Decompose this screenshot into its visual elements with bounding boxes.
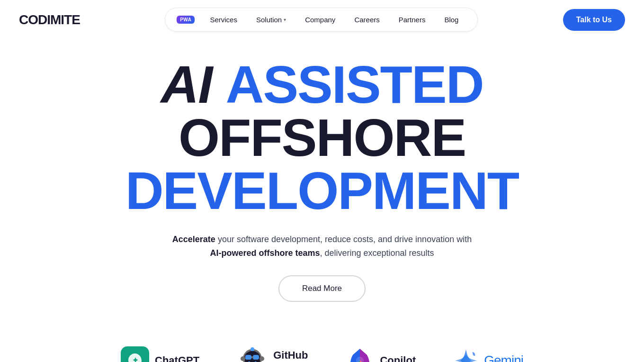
- hero-development-text: DEVELOPMENT: [125, 161, 519, 220]
- pwa-badge: PWA: [177, 16, 195, 24]
- github-copilot-icon: [237, 345, 268, 362]
- github-copilot-brand-name: GitHub: [273, 349, 308, 362]
- nav-link-solution[interactable]: Solution ▾: [249, 12, 294, 27]
- ms-copilot-logo-item: Copilot: [346, 346, 416, 362]
- chatgpt-svg: ✦: [126, 352, 143, 362]
- hero-ai-text: AI: [161, 55, 225, 114]
- ms-copilot-icon: [346, 346, 374, 362]
- github-copilot-svg: [237, 345, 268, 362]
- hero-section: AI ASSISTED OFFSHORE DEVELOPMENT Acceler…: [0, 39, 644, 311]
- chatgpt-icon: ✦: [121, 346, 149, 362]
- github-copilot-logo-item: GitHub Copilot: [237, 345, 308, 362]
- hero-line2: OFFSHORE DEVELOPMENT: [19, 111, 625, 217]
- navbar: CODIMITE PWA Services Solution ▾ Company…: [0, 0, 644, 39]
- svg-text:✦: ✦: [132, 356, 139, 362]
- gemini-brand-name: Gemini: [484, 353, 523, 362]
- ms-copilot-brand-name: Copilot: [380, 354, 416, 362]
- gemini-svg: [454, 348, 478, 362]
- gemini-logo-item: Gemini: [454, 348, 523, 362]
- nav-link-careers[interactable]: Careers: [347, 12, 387, 27]
- chevron-down-icon: ▾: [284, 17, 286, 22]
- logos-section: ✦ ChatGPT: [0, 323, 644, 362]
- chatgpt-brand-name: ChatGPT: [155, 354, 199, 362]
- nav-link-partners[interactable]: Partners: [391, 12, 433, 27]
- hero-assisted-text: ASSISTED: [226, 55, 483, 114]
- svg-point-7: [259, 356, 264, 361]
- nav-link-services[interactable]: Services: [202, 12, 245, 27]
- hero-subtitle-text1: your software development, reduce costs,…: [215, 235, 472, 244]
- svg-rect-3: [245, 355, 251, 360]
- nav-links-container: PWA Services Solution ▾ Company Careers …: [165, 8, 478, 32]
- hero-title: AI ASSISTED OFFSHORE DEVELOPMENT: [19, 58, 625, 217]
- logo-text: CODIMITE: [19, 12, 80, 27]
- hero-subtitle-bold2: AI-powered offshore teams: [210, 248, 320, 258]
- pwa-badge-container: PWA: [177, 16, 195, 24]
- hero-line1: AI ASSISTED: [19, 58, 625, 111]
- svg-rect-5: [251, 356, 253, 358]
- github-copilot-brand-text: GitHub Copilot: [273, 349, 308, 362]
- gemini-icon: [454, 348, 478, 362]
- brand-logo[interactable]: CODIMITE: [19, 12, 80, 27]
- nav-link-company[interactable]: Company: [297, 12, 343, 27]
- hero-subtitle-bold1: Accelerate: [172, 235, 215, 244]
- svg-rect-4: [253, 355, 259, 360]
- ms-copilot-svg: [346, 346, 374, 362]
- hero-subtitle: Accelerate your software development, re…: [172, 233, 472, 260]
- svg-point-6: [241, 356, 245, 361]
- hero-offshore-text: OFFSHORE: [179, 108, 465, 167]
- hero-subtitle-text2: , delivering exceptional results: [320, 248, 434, 258]
- svg-point-8: [250, 347, 254, 351]
- nav-link-blog[interactable]: Blog: [437, 12, 466, 27]
- read-more-button[interactable]: Read More: [278, 275, 366, 302]
- talk-to-us-button[interactable]: Talk to Us: [563, 9, 625, 31]
- chatgpt-logo-item: ✦ ChatGPT: [121, 346, 199, 362]
